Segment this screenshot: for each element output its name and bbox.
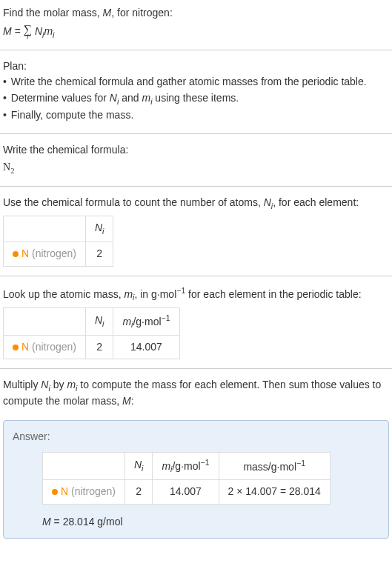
plan-item-2-c: using these items. xyxy=(152,92,239,104)
element-name: (nitrogen) xyxy=(32,247,76,259)
mi-symbol: m xyxy=(124,287,133,299)
plan-item-2-b: and xyxy=(119,92,142,104)
formula-M: M xyxy=(3,25,12,37)
plan-item-1-text: Write the chemical formula and gather at… xyxy=(11,76,367,87)
empty-header xyxy=(4,307,86,335)
step2-text-b: , for each element: xyxy=(273,196,359,208)
final-M: M xyxy=(42,516,51,528)
header-N-sub: i xyxy=(142,464,143,473)
final-answer: M = 28.014 g/mol xyxy=(42,515,379,530)
plan-item-3-text: Finally, compute the mass. xyxy=(11,109,133,121)
plan-section: Plan: • Write the chemical formula and g… xyxy=(0,53,392,130)
step3-text-c: for each element in the periodic table: xyxy=(185,287,361,299)
mi-symbol: m xyxy=(142,92,150,104)
Ni-header: Ni xyxy=(85,307,113,335)
step1-section: Write the chemical formula: N2 xyxy=(0,137,392,183)
plan-item-1: • Write the chemical formula and gather … xyxy=(3,75,389,90)
Ni-value: 2 xyxy=(124,480,152,505)
symbol-M: M xyxy=(103,7,112,19)
Ni-symbol: N xyxy=(264,196,271,208)
header-m: m xyxy=(122,315,131,327)
element-symbol: N xyxy=(21,247,29,259)
formula-equals: = xyxy=(12,25,24,37)
plan-item-2-a: Determine values for xyxy=(11,92,110,104)
step2-text: Use the chemical formula to count the nu… xyxy=(3,196,389,211)
mi-value: 14.007 xyxy=(153,480,219,505)
formula-m-sub: i xyxy=(53,30,54,39)
mi-header: mi/g·mol−1 xyxy=(113,307,179,335)
step4-section: Multiply Ni by mi to compute the mass fo… xyxy=(0,372,392,414)
element-dot-icon xyxy=(13,345,19,350)
Ni-value: 2 xyxy=(85,335,113,359)
formula-element: N xyxy=(3,162,10,173)
empty-header xyxy=(4,216,86,242)
plan-heading: Plan: xyxy=(3,59,389,74)
plan-item-3: • Finally, compute the mass. xyxy=(3,108,389,123)
header-N-sub: i xyxy=(102,319,104,328)
table-row: N (nitrogen) 2 14.007 xyxy=(4,335,180,359)
Ni-header: Ni xyxy=(85,216,113,242)
divider xyxy=(0,368,392,369)
neg1-sup: −1 xyxy=(176,286,185,295)
divider xyxy=(0,50,392,50)
header-per-gmol: /g·mol xyxy=(133,315,161,327)
sigma-sum: ∑i xyxy=(24,24,32,41)
header-m: m xyxy=(162,460,170,472)
mi-value: 14.007 xyxy=(113,335,179,359)
atomic-mass-table: Ni mi/g·mol−1 N (nitrogen) 2 14.007 xyxy=(3,307,180,360)
step2-section: Use the chemical formula to count the nu… xyxy=(0,190,392,273)
formula-subscript: 2 xyxy=(10,167,14,175)
divider xyxy=(0,133,392,134)
table-header-row: Ni mi/g·mol−1 xyxy=(4,307,180,335)
step4-text-a: Multiply xyxy=(3,379,41,390)
step3-text-a: Look up the atomic mass, xyxy=(3,287,124,299)
header-neg1: −1 xyxy=(162,313,170,322)
answer-label: Answer: xyxy=(13,430,379,445)
Ni-symbol: N xyxy=(41,379,48,390)
M-symbol: M xyxy=(122,395,131,407)
bullet-icon: • xyxy=(3,76,7,87)
mi-header: mi/g·mol−1 xyxy=(153,453,219,480)
step4-text: Multiply Ni by mi to compute the mass fo… xyxy=(3,378,389,408)
table-header-row: Ni xyxy=(4,216,113,242)
Ni-symbol: N xyxy=(110,92,117,104)
Ni-value: 2 xyxy=(85,242,113,266)
bullet-icon: • xyxy=(3,109,7,121)
step3-text: Look up the atomic mass, mi, in g·mol−1 … xyxy=(3,285,389,303)
element-cell: N (nitrogen) xyxy=(4,335,86,359)
element-cell: N (nitrogen) xyxy=(43,480,125,505)
step1-heading: Write the chemical formula: xyxy=(3,143,389,158)
formula-m: m xyxy=(44,25,53,37)
formula-N: N xyxy=(35,25,42,37)
mi-symbol: m xyxy=(67,379,76,390)
empty-header xyxy=(43,453,125,480)
bullet-icon: • xyxy=(3,92,7,104)
step3-text-b: , in g·mol xyxy=(134,287,176,299)
molar-mass-formula: M = ∑i Nimi xyxy=(3,24,389,41)
element-name: (nitrogen) xyxy=(32,341,76,353)
count-table: Ni N (nitrogen) 2 xyxy=(3,216,113,266)
header-neg1: −1 xyxy=(296,459,305,467)
element-symbol: N xyxy=(61,485,68,497)
header-N: N xyxy=(95,222,102,233)
header-N-sub: i xyxy=(102,227,104,236)
plan-item-2: • Determine values for Ni and mi using t… xyxy=(3,91,389,107)
divider xyxy=(0,186,392,187)
header-mass: mass/g·mol xyxy=(243,461,296,473)
mass-value: 2 × 14.007 = 28.014 xyxy=(219,480,330,505)
step2-text-a: Use the chemical formula to count the nu… xyxy=(3,196,264,208)
Ni-header: Ni xyxy=(124,453,152,480)
header-neg1: −1 xyxy=(201,458,210,467)
element-dot-icon xyxy=(52,489,58,495)
element-name: (nitrogen) xyxy=(71,485,116,497)
answer-box: Answer: Ni mi/g·mol−1 mass/g·mol−1 N (ni… xyxy=(3,420,389,539)
step4-text-d: : xyxy=(131,395,134,407)
table-row: N (nitrogen) 2 14.007 2 × 14.007 = 28.01… xyxy=(43,480,330,505)
divider xyxy=(0,276,392,276)
answer-table: Ni mi/g·mol−1 mass/g·mol−1 N (nitrogen) … xyxy=(42,452,330,505)
final-value: = 28.014 g/mol xyxy=(51,516,123,528)
intro-text-1: Find the molar mass, xyxy=(3,7,103,19)
element-cell: N (nitrogen) xyxy=(4,242,86,266)
intro-section: Find the molar mass, M, for nitrogen: M … xyxy=(0,0,392,47)
header-N: N xyxy=(95,314,102,326)
